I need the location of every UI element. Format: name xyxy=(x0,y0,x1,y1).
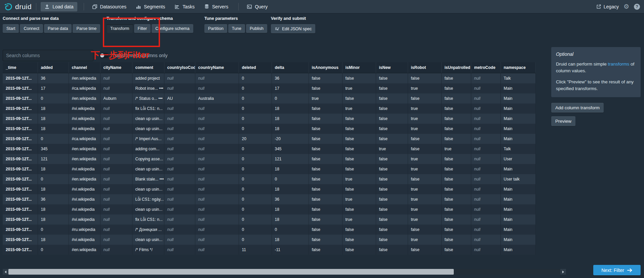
table-cell: null xyxy=(195,73,239,84)
table-cell: #vi.wikipedia xyxy=(69,114,100,124)
table-cell: false xyxy=(309,174,342,184)
table-cell: 2015-09-12T... xyxy=(3,114,38,124)
edit-json-spec-button[interactable]: Edit JSON spec xyxy=(271,24,315,33)
table-cell: 18 xyxy=(38,164,69,174)
nav-item-tasks[interactable]: Tasks xyxy=(171,2,198,11)
table-cell: 0 xyxy=(239,235,272,245)
table-cell: null xyxy=(164,73,195,84)
table-cell: 2015-09-12T... xyxy=(3,154,38,164)
table-cell: true xyxy=(342,174,376,184)
nav-item-segments[interactable]: Segments xyxy=(132,2,169,11)
table-body: 2015-09-12T...36#en.wikipedianulladded p… xyxy=(3,73,535,255)
table-cell: false xyxy=(441,73,471,84)
step-button-connect[interactable]: Connect xyxy=(20,24,43,33)
transformed-columns-toggle[interactable]: Transformed columns only xyxy=(99,53,167,58)
next-filter-label: Next: Filter xyxy=(601,268,624,273)
table-row: 2015-09-12T...17#ca.wikipedianullRobot i… xyxy=(3,83,535,93)
table-cell: false xyxy=(342,184,376,194)
table-cell: null xyxy=(164,104,195,114)
nav-item-datasources[interactable]: Datasources xyxy=(88,2,130,11)
transforms-link[interactable]: transforms xyxy=(608,62,630,67)
external-link-icon xyxy=(596,4,601,9)
scroll-left-arrow[interactable] xyxy=(3,269,8,275)
step-button-partition[interactable]: Partition xyxy=(204,24,227,33)
table-cell: #vi.wikipedia xyxy=(69,214,100,225)
table-cell: 2015-09-12T... xyxy=(3,225,38,235)
column-header-added[interactable]: added xyxy=(38,62,69,73)
column-header-isAnonymous[interactable]: isAnonymous xyxy=(309,62,342,73)
column-header-countryName[interactable]: countryName xyxy=(195,62,239,73)
nav-separator xyxy=(36,3,36,10)
legacy-link[interactable]: Legacy xyxy=(596,4,619,9)
table-cell: false xyxy=(309,245,342,255)
column-header-countryIsoCod[interactable]: countryIsoCod xyxy=(164,62,195,73)
table-cell: Main xyxy=(500,214,535,225)
gear-icon[interactable]: ⚙ xyxy=(623,3,629,10)
table-cell: true xyxy=(408,83,441,93)
step-heading: Connect and parse raw data xyxy=(3,16,100,21)
table-row: 2015-09-12T...0#en.wikipediaAuburn/* Sta… xyxy=(3,93,535,104)
table-cell: null xyxy=(100,114,132,124)
toggle-label: Transformed columns only xyxy=(112,53,167,58)
step-button-parse-time[interactable]: Parse time xyxy=(73,24,100,33)
column-header-isUnpatrolled[interactable]: isUnpatrolled xyxy=(441,62,471,73)
step-button-publish[interactable]: Publish xyxy=(246,24,267,33)
nav-item-query[interactable]: Query xyxy=(243,2,271,11)
scroll-right-arrow[interactable] xyxy=(560,269,566,275)
step-button-tune[interactable]: Tune xyxy=(228,24,245,33)
table-cell: 0 xyxy=(239,194,272,204)
column-header-channel[interactable]: channel xyxy=(69,62,100,73)
step-group-transform: Transform and configure schema Transform… xyxy=(107,16,193,33)
table-cell: true xyxy=(408,204,441,214)
column-header-_time[interactable]: _time xyxy=(3,62,38,73)
table-row: 2015-09-12T...0#en.wikipedianull/* Films… xyxy=(3,245,535,255)
step-button-filter[interactable]: Filter xyxy=(134,24,151,33)
table-row: 2015-09-12T...0#en.wikipedianullBlank st… xyxy=(3,174,535,184)
table-cell: 18 xyxy=(272,214,309,225)
column-header-isRobot[interactable]: isRobot xyxy=(408,62,441,73)
table-cell: null xyxy=(195,194,239,204)
table-cell: 18 xyxy=(38,184,69,194)
table-cell: false xyxy=(309,134,342,144)
column-header-namespace[interactable]: namespace xyxy=(500,62,535,73)
table-cell: null xyxy=(100,245,132,255)
table-cell: true xyxy=(342,83,376,93)
column-header-isMinor[interactable]: isMinor xyxy=(342,62,376,73)
toggle-knob xyxy=(100,53,104,57)
table-cell: clean up usin... xyxy=(132,204,164,214)
add-column-transform-button[interactable]: Add column transform xyxy=(551,103,604,113)
column-header-comment[interactable]: comment xyxy=(132,62,164,73)
step-button-transform[interactable]: Transform xyxy=(107,24,133,33)
step-button-parse-data[interactable]: Parse data xyxy=(44,24,72,33)
next-filter-button[interactable]: Next: Filter xyxy=(593,265,641,275)
column-header-deleted[interactable]: deleted xyxy=(239,62,272,73)
column-header-delta[interactable]: delta xyxy=(272,62,309,73)
preview-button[interactable]: Preview xyxy=(551,116,575,126)
table-cell: false xyxy=(309,204,342,214)
step-button-configure-schema[interactable]: Configure schema xyxy=(152,24,193,33)
scrollbar-track[interactable] xyxy=(8,269,560,275)
column-header-metroCode[interactable]: metroCode xyxy=(471,62,500,73)
table-cell: null xyxy=(100,184,132,194)
toggle-track[interactable] xyxy=(99,53,109,58)
table-cell: null xyxy=(471,154,500,164)
table-cell: Copying asse... xyxy=(132,154,164,164)
table-row: 2015-09-12T...36#vi.wikipedianullLỗi CS1… xyxy=(3,194,535,204)
table-cell: clean up usin... xyxy=(132,164,164,174)
table-cell: null xyxy=(471,104,500,114)
step-button-start[interactable]: Start xyxy=(3,24,19,33)
table-cell: 18 xyxy=(272,235,309,245)
nav-item-servers[interactable]: Servers xyxy=(200,2,232,11)
scrollbar-thumb[interactable] xyxy=(8,269,454,275)
table-cell: 0 xyxy=(239,154,272,164)
column-header-isNew[interactable]: isNew xyxy=(376,62,408,73)
table-cell: Auburn xyxy=(100,93,132,104)
table-cell: true xyxy=(342,194,376,204)
column-header-cityName[interactable]: cityName xyxy=(100,62,132,73)
help-icon[interactable]: ? xyxy=(634,4,640,10)
nav-item-load-data[interactable]: Load data xyxy=(41,2,77,11)
search-columns-input[interactable] xyxy=(3,50,93,61)
table-cell: null xyxy=(471,214,500,225)
table-cell: 18 xyxy=(272,184,309,194)
table-cell: null xyxy=(164,245,195,255)
